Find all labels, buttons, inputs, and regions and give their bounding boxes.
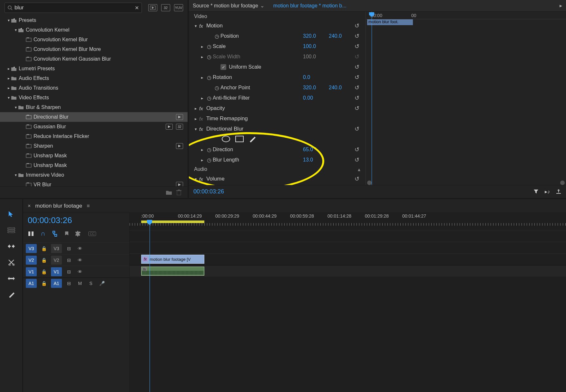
- tree-sharpen[interactable]: Sharpen: [0, 141, 188, 151]
- zoom-handle-right[interactable]: [560, 181, 565, 185]
- reset-icon[interactable]: ↻: [355, 105, 362, 112]
- prop-anti-flicker[interactable]: ▸◷Anti-flicker Filter0.00↻: [189, 93, 366, 103]
- track-head-v1[interactable]: V1 🔒 V1 ⊟ 👁: [23, 266, 129, 277]
- collapse-up-icon[interactable]: ▴: [358, 166, 360, 172]
- selection-tool[interactable]: [6, 210, 17, 219]
- value-anchor-y[interactable]: 240.0: [329, 85, 355, 91]
- track-head-v2[interactable]: V2 🔒 V2 ⊟ 👁: [23, 254, 129, 266]
- source-patch-v2[interactable]: V2: [26, 256, 37, 265]
- effect-mini-timeline[interactable]: :00:00 00 motion blur foot.: [366, 12, 566, 185]
- tree-blur-sharpen[interactable]: ▾Blur & Sharpen: [0, 103, 188, 112]
- razor-tool[interactable]: [6, 258, 17, 267]
- reset-icon[interactable]: ↻: [355, 175, 362, 182]
- voiceover-icon[interactable]: 🎤: [98, 279, 106, 288]
- reset-icon[interactable]: ↻: [355, 33, 362, 40]
- sync-lock-icon[interactable]: ⊟: [65, 244, 73, 253]
- accelerated-effects-filter[interactable]: [148, 4, 157, 11]
- yuv-filter[interactable]: YUV: [174, 4, 183, 11]
- tree-unsharp2[interactable]: Unsharp Mask: [0, 161, 188, 170]
- track-head-v3[interactable]: V3 🔒 V3 ⊟ 👁: [23, 242, 129, 254]
- fx-directional-blur-header[interactable]: ▾fxDirectional Blur↻: [189, 124, 366, 134]
- close-sequence-icon[interactable]: ×: [28, 203, 31, 209]
- fx-badge-icon[interactable]: fx: [199, 126, 206, 132]
- prop-scale[interactable]: ▸◷Scale100.0↻: [189, 41, 366, 52]
- target-v2[interactable]: V2: [51, 256, 62, 265]
- tree-vr-blur[interactable]: VR Blur: [0, 180, 188, 186]
- track-head-a1[interactable]: A1 🔒 A1 ⊟ M S 🎤: [23, 277, 129, 289]
- play-only-icon[interactable]: ▸: [560, 3, 562, 9]
- prop-uniform-scale[interactable]: ✓Uniform Scale↻: [189, 62, 366, 72]
- value-position-x[interactable]: 320.0: [303, 33, 329, 39]
- value-direction[interactable]: 65.0 °: [303, 147, 329, 152]
- value-blur-length[interactable]: 13.0: [303, 157, 329, 163]
- video-clip[interactable]: fxmotion blur footage [V: [141, 255, 204, 264]
- 32bit-filter[interactable]: 32: [161, 4, 170, 11]
- mini-clip[interactable]: motion blur foot.: [367, 19, 413, 25]
- ripple-edit-tool[interactable]: [6, 242, 17, 251]
- chevron-down-icon[interactable]: ⌄: [260, 3, 264, 9]
- reset-icon[interactable]: ↻: [355, 125, 362, 132]
- stopwatch-icon[interactable]: ◷: [206, 44, 213, 50]
- tree-preset-item[interactable]: Convolution Kernel Blur: [0, 35, 188, 44]
- insert-mode-icon[interactable]: [28, 231, 34, 237]
- tree-video-effects[interactable]: ▾Video Effects: [0, 93, 188, 103]
- stopwatch-icon[interactable]: ◷: [213, 85, 220, 91]
- reset-icon[interactable]: ↻: [355, 84, 362, 91]
- play-audio-icon[interactable]: ▸♪: [545, 189, 550, 195]
- tree-preset-item[interactable]: Convolution Kernel Blur More: [0, 44, 188, 54]
- source-patch-v1[interactable]: V1: [26, 267, 37, 276]
- fx-badge-icon[interactable]: fx: [199, 106, 206, 111]
- eye-icon[interactable]: 👁: [76, 267, 84, 276]
- tree-gaussian-blur[interactable]: Gaussian Blur 32: [0, 122, 188, 132]
- timeline-timecode[interactable]: 00:00:03:26: [23, 213, 129, 228]
- source-clip-label[interactable]: Source * motion blur footage: [193, 3, 258, 9]
- lock-icon[interactable]: 🔒: [40, 244, 48, 253]
- tree-conv-kernel[interactable]: ▾ Convolution Kernel: [0, 25, 188, 35]
- fx-volume-header[interactable]: ▾fxVolume↻: [189, 174, 366, 184]
- lane-v3[interactable]: [130, 230, 566, 242]
- fx-motion-header[interactable]: ▾fx Motion ↻: [189, 21, 366, 31]
- source-patch-a1[interactable]: A1: [26, 279, 37, 288]
- fx-badge-icon[interactable]: fx: [199, 23, 206, 29]
- target-v3[interactable]: V3: [51, 244, 62, 253]
- tree-preset-item[interactable]: Convolution Kernel Gaussian Blur: [0, 54, 188, 64]
- prop-position[interactable]: ◷Position320.0240.0↻: [189, 31, 366, 41]
- linked-selection-icon[interactable]: [52, 230, 58, 237]
- reset-icon[interactable]: ↻: [355, 22, 362, 29]
- marker-icon[interactable]: [64, 231, 69, 237]
- audio-clip[interactable]: fx: [141, 267, 204, 276]
- mini-playhead[interactable]: [372, 12, 372, 185]
- value-anti-flicker[interactable]: 0.00: [303, 95, 329, 101]
- tree-reduce-flicker[interactable]: Reduce Interlace Flicker: [0, 132, 188, 141]
- source-patch-v3[interactable]: V3: [26, 244, 37, 253]
- target-a1[interactable]: A1: [51, 279, 62, 288]
- sequence-clip-label[interactable]: motion blur footage * motion b...: [273, 3, 346, 9]
- prop-blur-length[interactable]: ▸◷Blur Length13.0↻: [189, 155, 366, 165]
- tree-presets[interactable]: ▾ Presets: [0, 15, 188, 25]
- sync-lock-icon[interactable]: ⊟: [65, 267, 73, 276]
- reset-icon[interactable]: ↻: [355, 43, 362, 50]
- pen-tool[interactable]: [6, 290, 17, 299]
- captions-icon[interactable]: CC: [88, 231, 96, 236]
- reset-icon[interactable]: ↻: [355, 146, 362, 153]
- zoom-handle-left[interactable]: [367, 181, 372, 185]
- playhead[interactable]: [150, 220, 150, 392]
- slip-tool[interactable]: [6, 274, 17, 283]
- stopwatch-icon[interactable]: ◷: [206, 157, 213, 163]
- new-bin-icon[interactable]: [166, 190, 172, 195]
- eye-icon[interactable]: 👁: [76, 244, 84, 253]
- mute-button[interactable]: M: [76, 279, 84, 288]
- reset-icon[interactable]: ↻: [355, 74, 362, 81]
- lock-icon[interactable]: 🔒: [40, 267, 48, 276]
- panel-menu-icon[interactable]: ≡: [87, 203, 90, 209]
- lane-v2[interactable]: [130, 242, 566, 253]
- search-input[interactable]: [15, 5, 135, 11]
- checkbox-uniform[interactable]: ✓: [220, 64, 226, 70]
- settings-icon[interactable]: [75, 230, 82, 237]
- reset-icon[interactable]: ↻: [355, 156, 362, 163]
- trash-icon[interactable]: [176, 189, 182, 196]
- prop-anchor[interactable]: ◷Anchor Point320.0240.0↻: [189, 83, 366, 93]
- snap-icon[interactable]: ∩: [41, 230, 45, 237]
- reset-icon[interactable]: ↻: [355, 64, 362, 71]
- fx-time-remap-header[interactable]: ▸fxTime Remapping: [189, 113, 366, 124]
